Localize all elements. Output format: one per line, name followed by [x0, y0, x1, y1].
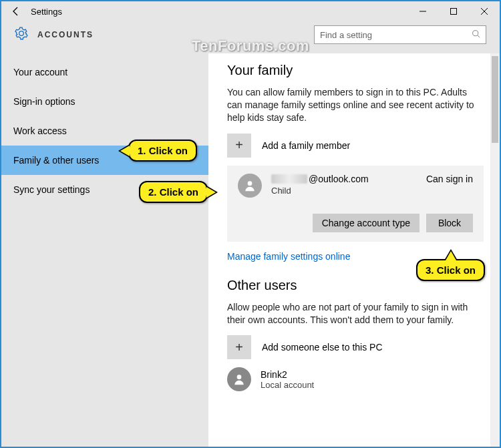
member-role: Child	[271, 186, 417, 196]
close-button[interactable]	[469, 1, 500, 21]
callout-3: 3. Click on	[416, 259, 485, 281]
member-email-domain: @outlook.com	[309, 174, 369, 184]
maximize-button[interactable]	[438, 1, 469, 21]
sidebar-item-your-account[interactable]: Your account	[1, 57, 208, 87]
plus-icon: +	[227, 335, 251, 359]
add-other-user[interactable]: + Add someone else to this PC	[227, 335, 484, 359]
search-placeholder: Find a setting	[320, 30, 372, 40]
search-icon	[472, 29, 480, 40]
change-account-type-button[interactable]: Change account type	[313, 214, 420, 232]
family-heading: Your family	[227, 63, 484, 78]
svg-line-5	[478, 35, 480, 37]
other-users-description: Allow people who are not part of your fa…	[227, 301, 484, 326]
sidebar: Your account Sign-in options Work access…	[1, 53, 208, 447]
other-user-name: Brink2	[261, 369, 314, 380]
family-member-card[interactable]: @outlook.com Child Can sign in Change ac…	[227, 166, 484, 242]
back-button[interactable]	[8, 3, 24, 19]
window-title: Settings	[31, 7, 62, 17]
svg-point-6	[248, 181, 253, 186]
svg-point-7	[237, 375, 242, 380]
svg-point-4	[473, 31, 478, 36]
sidebar-item-signin-options[interactable]: Sign-in options	[1, 87, 208, 116]
plus-icon: +	[227, 134, 251, 158]
other-user-row[interactable]: Brink2 Local account	[227, 367, 484, 391]
titlebar: Settings	[1, 1, 500, 21]
avatar-icon	[227, 367, 251, 391]
add-other-label: Add someone else to this PC	[262, 342, 383, 353]
family-description: You can allow family members to sign in …	[227, 86, 484, 124]
callout-2: 2. Click on	[139, 181, 208, 203]
search-input[interactable]: Find a setting	[314, 25, 486, 44]
gear-icon	[15, 27, 28, 43]
add-family-label: Add a family member	[262, 140, 350, 151]
add-family-member[interactable]: + Add a family member	[227, 134, 484, 158]
minimize-button[interactable]	[407, 1, 438, 21]
callout-1: 1. Click on	[128, 140, 197, 162]
redacted-email-user	[271, 174, 307, 184]
block-button[interactable]: Block	[426, 214, 473, 232]
svg-rect-1	[451, 9, 457, 15]
other-user-type: Local account	[261, 380, 314, 390]
section-label: ACCOUNTS	[37, 30, 94, 39]
header: ACCOUNTS Find a setting	[1, 21, 500, 53]
signin-status: Can sign in	[426, 174, 473, 184]
scrollbar-thumb[interactable]	[492, 56, 498, 143]
manage-family-link[interactable]: Manage family settings online	[227, 251, 350, 262]
scrollbar[interactable]	[490, 53, 500, 447]
avatar-icon	[238, 174, 262, 198]
